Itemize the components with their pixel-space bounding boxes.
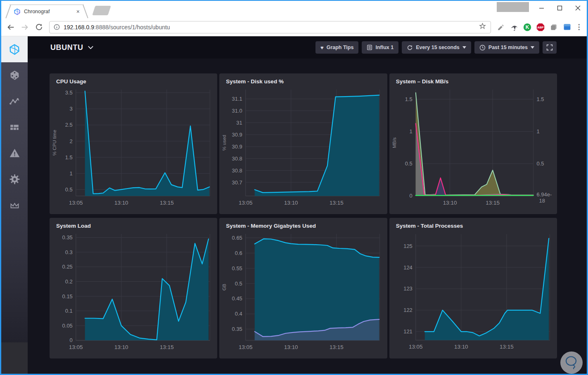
svg-text:13:10: 13:10 (114, 344, 128, 350)
url-bar[interactable]: 192.168.0.9:8888/sources/1/hosts/ubuntu (49, 21, 491, 33)
heart-icon: ♥ (320, 45, 324, 50)
svg-text:30.8: 30.8 (232, 167, 242, 174)
refresh-icon (407, 45, 413, 51)
sidebar-item-hosts[interactable] (1, 62, 28, 88)
panel-title: System Load (56, 223, 211, 229)
chronograf-app: UBUNTU ♥ Graph Tips Influx 1 (1, 36, 587, 374)
svg-text:0.25: 0.25 (62, 264, 73, 270)
svg-text:13:10: 13:10 (454, 344, 468, 350)
speech-balloon-icon (563, 354, 580, 371)
sidebar-item-alerts[interactable] (1, 140, 28, 166)
svg-text:124: 124 (403, 264, 413, 271)
svg-text:0.55: 0.55 (232, 265, 242, 271)
disk-used-chart[interactable]: 30.730.830.830.930.93131.031.113:0513:10… (221, 85, 385, 208)
svg-text:13:05: 13:05 (409, 344, 423, 350)
svg-text:13:15: 13:15 (330, 200, 344, 206)
svg-text:2: 2 (70, 138, 73, 144)
browser-window: Chronograf × 192.168.0.9:888 (0, 0, 588, 375)
panel-processes: System - Total Processes 121122123124125… (389, 218, 557, 358)
close-button[interactable] (573, 3, 583, 13)
tab-edge (5, 5, 11, 18)
clock-icon (479, 45, 486, 51)
browser-tab[interactable]: Chronograf × (9, 5, 84, 18)
svg-text:K: K (526, 24, 529, 30)
svg-text:13:05: 13:05 (69, 344, 83, 350)
cpu-usage-chart[interactable]: 0.511.522.533.513:0513:1013:15% CPU time (51, 85, 216, 208)
disk-mbs-chart[interactable]: 00.511.51.510.56.94e-1813:1013:15MB/s (391, 85, 555, 208)
tab-close-icon[interactable]: × (76, 9, 80, 14)
panel-title: System – Disk MB/s (396, 78, 550, 85)
maximize-button[interactable] (555, 3, 564, 13)
extension-umbrella-icon[interactable] (509, 22, 519, 32)
chat-bubble-badge[interactable] (560, 351, 583, 374)
minimize-button[interactable] (536, 3, 546, 13)
processes-chart[interactable]: 12112212312412513:0513:1013:15 (391, 230, 555, 353)
svg-text:125: 125 (403, 243, 413, 249)
svg-text:13:10: 13:10 (284, 344, 298, 350)
main-area: UBUNTU ♥ Graph Tips Influx 1 (28, 36, 587, 374)
gear-icon (9, 174, 20, 185)
system-load-chart[interactable]: 00.050.10.150.20.250.30.3513:0513:1013:1… (51, 230, 216, 353)
dashboard-grid: CPU Usage 0.511.522.533.513:0513:1013:15… (28, 59, 587, 374)
reload-icon[interactable] (33, 22, 44, 33)
panel-disk-mbs: System – Disk MB/s 00.511.51.510.56.94e-… (389, 73, 557, 214)
graph-tips-button[interactable]: ♥ Graph Tips (315, 41, 358, 54)
svg-text:13:10: 13:10 (284, 200, 298, 206)
svg-text:MB/s: MB/s (392, 137, 397, 148)
svg-text:1.5: 1.5 (65, 154, 73, 160)
app-header: UBUNTU ♥ Graph Tips Influx 1 (28, 36, 587, 59)
chevron-down-icon (88, 45, 94, 50)
svg-text:2.5: 2.5 (65, 122, 73, 128)
svg-text:0: 0 (70, 337, 73, 343)
new-tab-button[interactable] (92, 6, 111, 15)
svg-text:1: 1 (536, 128, 539, 134)
svg-text:0.5: 0.5 (235, 281, 242, 287)
back-icon[interactable] (5, 22, 16, 33)
memory-chart[interactable]: 0.350.40.450.50.550.60.6513:0513:1013:15… (221, 230, 385, 353)
extension-pages-icon[interactable] (549, 22, 559, 32)
sidebar-item-influx-admin[interactable] (1, 192, 28, 218)
svg-text:3: 3 (70, 106, 73, 112)
svg-text:GB: GB (222, 283, 227, 290)
extension-brush-icon[interactable] (496, 22, 506, 32)
svg-text:30.9: 30.9 (232, 144, 242, 150)
svg-text:13:15: 13:15 (330, 344, 344, 350)
sidebar-item-dashboards[interactable] (1, 114, 28, 140)
sidebar-item-status[interactable] (1, 36, 28, 62)
extension-k-icon[interactable]: K (522, 22, 532, 32)
page-info-icon[interactable] (54, 24, 60, 30)
sidebar-item-data-explorer[interactable] (1, 88, 28, 114)
svg-text:13:15: 13:15 (160, 200, 174, 206)
bookmark-star-icon[interactable] (479, 22, 486, 32)
host-title-dropdown[interactable]: UBUNTU (50, 43, 94, 52)
redacted-box (497, 2, 529, 12)
svg-text:30.7: 30.7 (232, 179, 242, 186)
sidebar-item-admin[interactable] (1, 166, 28, 192)
refresh-interval-dropdown[interactable]: Every 15 seconds (402, 41, 471, 54)
fullscreen-icon (546, 44, 553, 51)
panel-disk-used: System - Disk used % 30.730.830.830.930.… (219, 73, 387, 214)
svg-text:31.1: 31.1 (232, 96, 242, 102)
panel-title: System - Memory Gigabytes Used (226, 223, 380, 229)
forward-icon[interactable] (19, 22, 30, 33)
source-button[interactable]: Influx 1 (362, 41, 398, 54)
svg-text:1: 1 (409, 128, 412, 134)
server-icon (367, 45, 372, 50)
svg-text:13:05: 13:05 (239, 200, 253, 206)
time-range-dropdown[interactable]: Past 15 minutes (474, 41, 539, 54)
svg-text:30.9: 30.9 (232, 132, 242, 138)
svg-text:1: 1 (70, 170, 73, 177)
extension-blue-icon[interactable] (562, 22, 572, 32)
url-text[interactable]: 192.168.0.9:8888/sources/1/hosts/ubuntu (64, 24, 170, 31)
panel-system-load: System Load 00.050.10.150.20.250.30.3513… (50, 218, 217, 358)
extension-abp-icon[interactable]: ABP (536, 22, 545, 32)
browser-menu-icon[interactable]: ⋮ (575, 23, 583, 31)
tab-edge (83, 5, 88, 18)
svg-text:30.8: 30.8 (232, 156, 242, 162)
svg-text:0.35: 0.35 (232, 326, 242, 332)
svg-text:13:05: 13:05 (69, 200, 83, 206)
panel-cpu-usage: CPU Usage 0.511.522.533.513:0513:1013:15… (50, 73, 217, 214)
fullscreen-button[interactable] (543, 41, 557, 54)
data-explorer-icon (9, 96, 20, 107)
crown-icon (9, 200, 20, 211)
